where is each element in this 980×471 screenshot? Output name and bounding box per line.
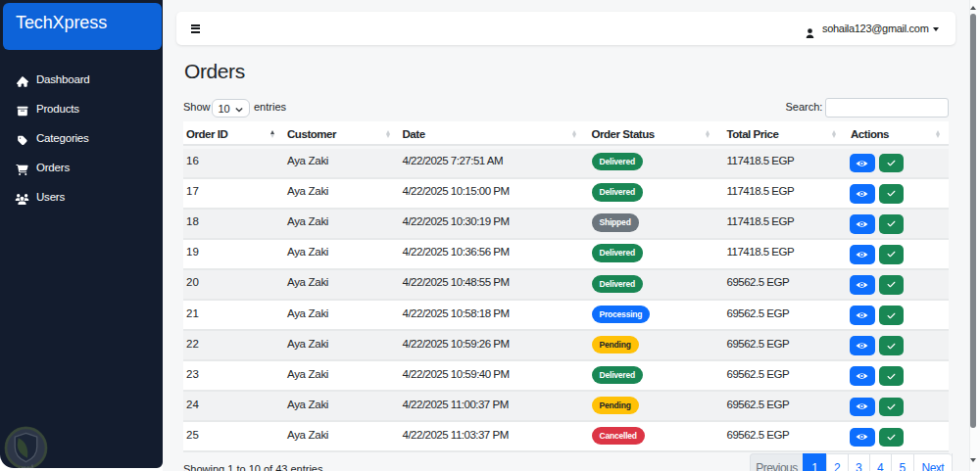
svg-text:قـيـس: قـيـس — [19, 463, 34, 468]
